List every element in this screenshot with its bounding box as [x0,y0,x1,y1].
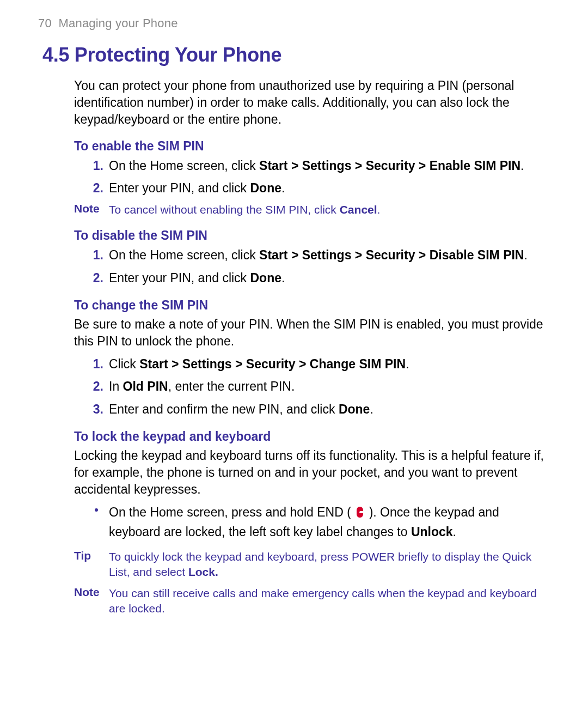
list-item: 3. Enter and confirm the new PIN, and cl… [74,400,550,418]
step-text: Click Start > Settings > Security > Chan… [109,357,409,371]
step-text: Enter and confirm the new PIN, and click… [109,402,373,416]
list-item: 2. Enter your PIN, and click Done. [74,179,550,197]
tip-label: Tip [74,549,109,562]
subheading-change-sim: To change the SIM PIN [74,298,550,313]
step-text: Enter your PIN, and click Done. [109,181,285,195]
end-call-icon [356,505,364,523]
tip-text: To quickly lock the keypad and keyboard,… [109,549,550,580]
step-text: Enter your PIN, and click Done. [109,271,285,285]
note-text: You can still receive calls and make eme… [109,586,550,617]
subheading-lock-keypad: To lock the keypad and keyboard [74,429,550,444]
step-number: 3. [87,400,103,418]
tip-callout: Tip To quickly lock the keypad and keybo… [74,549,550,580]
step-text: On the Home screen, click Start > Settin… [109,248,528,262]
note-text: To cancel without enabling the SIM PIN, … [109,202,550,217]
lock-keypad-intro: Locking the keypad and keyboard turns of… [74,447,550,498]
running-header: 70 Managing your Phone [38,16,550,31]
subheading-disable-sim: To disable the SIM PIN [74,228,550,243]
section-name: Protecting Your Phone [75,44,281,66]
section-number: 4.5 [42,44,69,66]
step-text: On the Home screen, click Start > Settin… [109,159,524,173]
list-item: 1. On the Home screen, click Start > Set… [74,246,550,264]
list-item: 2. Enter your PIN, and click Done. [74,269,550,287]
step-number: 2. [87,179,103,197]
manual-page: 70 Managing your Phone 4.5 Protecting Yo… [0,0,588,723]
list-item: 1. On the Home screen, click Start > Set… [74,157,550,175]
change-sim-intro: Be sure to make a note of your PIN. When… [74,316,550,350]
section-title: 4.5 Protecting Your Phone [42,44,550,66]
bullet-text: On the Home screen, press and hold END (… [109,505,499,539]
list-item: 2. In Old PIN, enter the current PIN. [74,378,550,396]
steps-disable-sim: 1. On the Home screen, click Start > Set… [74,246,550,287]
list-item: On the Home screen, press and hold END (… [74,503,550,542]
note-label: Note [74,202,109,215]
steps-enable-sim: 1. On the Home screen, click Start > Set… [74,157,550,198]
page-number: 70 [38,16,52,30]
step-number: 1. [87,355,103,373]
step-number: 2. [87,269,103,287]
note-label: Note [74,586,109,599]
step-text: In Old PIN, enter the current PIN. [109,379,295,393]
bullets-lock-keypad: On the Home screen, press and hold END (… [74,503,550,542]
step-number: 2. [87,378,103,396]
note-callout: Note To cancel without enabling the SIM … [74,202,550,217]
step-number: 1. [87,246,103,264]
steps-change-sim: 1. Click Start > Settings > Security > C… [74,355,550,418]
note-callout: Note You can still receive calls and mak… [74,586,550,617]
list-item: 1. Click Start > Settings > Security > C… [74,355,550,373]
bullet-dot-icon [95,508,98,512]
chapter-title: Managing your Phone [59,16,178,30]
subheading-enable-sim: To enable the SIM PIN [74,139,550,154]
content-body: You can protect your phone from unauthor… [74,77,550,616]
step-number: 1. [87,157,103,175]
intro-paragraph: You can protect your phone from unauthor… [74,77,550,128]
